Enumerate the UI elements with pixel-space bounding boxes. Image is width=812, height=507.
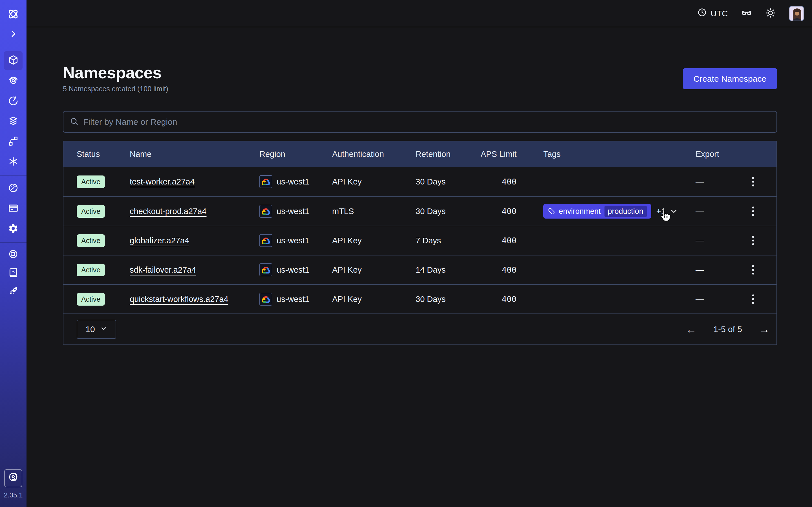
table-row: Active globalizer.a27a4 us-west1 API Key… — [63, 226, 776, 255]
table-row: Active sdk-failover.a27a4 us-west1 API K… — [63, 255, 776, 284]
filter-input[interactable] — [83, 117, 770, 127]
page-size-select[interactable]: 10 — [77, 320, 116, 339]
column-header-status: Status — [77, 150, 130, 159]
timezone-label: UTC — [711, 9, 728, 18]
filter-bar — [63, 111, 777, 133]
sidebar-item-support[interactable] — [0, 245, 27, 264]
gauge-icon — [8, 182, 18, 194]
aps-limit-cell: 400 — [480, 207, 543, 216]
sidebar-item-deployments[interactable] — [0, 111, 27, 131]
export-value: — — [696, 207, 704, 216]
sidebar-item-docs[interactable] — [0, 264, 27, 283]
gcp-cloud-icon — [259, 293, 272, 305]
region-label: us-west1 — [276, 295, 309, 304]
sidebar-item-settings[interactable] — [0, 219, 27, 239]
sidebar-divider — [0, 175, 27, 175]
row-menu-button[interactable] — [751, 206, 755, 217]
sidebar-expand-button[interactable] — [0, 24, 27, 45]
auth-cell: API Key — [332, 265, 416, 275]
export-value: — — [696, 236, 704, 245]
column-header-retention: Retention — [416, 150, 480, 159]
sidebar-item-namespaces[interactable] — [0, 50, 27, 71]
aps-limit-cell: 400 — [480, 177, 543, 186]
reader-mode-button[interactable] — [741, 7, 752, 20]
branch-icon — [8, 136, 18, 148]
temporal-logo[interactable] — [0, 4, 27, 24]
column-header-tags: Tags — [543, 150, 696, 159]
export-value: — — [696, 265, 704, 275]
region-cell: us-west1 — [259, 234, 332, 247]
credits-button[interactable] — [4, 469, 22, 487]
gcp-cloud-icon — [259, 175, 272, 188]
retention-cell: 7 Days — [416, 236, 480, 245]
lifebuoy-icon — [8, 249, 18, 260]
tag-more-count: +1 — [656, 207, 666, 216]
column-header-export: Export — [696, 150, 770, 159]
timer-icon — [8, 95, 18, 107]
table-row: Active test-worker.a27a4 us-west1 API Ke… — [63, 167, 776, 196]
glasses-icon — [741, 7, 752, 20]
table-row: Active quickstart-workflows.a27a4 us-wes… — [63, 284, 776, 314]
region-cell: us-west1 — [259, 293, 332, 305]
namespace-link[interactable]: sdk-failover.a27a4 — [130, 265, 196, 274]
name-cell: sdk-failover.a27a4 — [130, 265, 259, 275]
region-label: us-west1 — [276, 265, 309, 275]
clock-icon — [697, 8, 707, 19]
sidebar-item-billing[interactable] — [0, 199, 27, 219]
page-range-label: 1-5 of 5 — [713, 325, 742, 334]
sun-icon — [765, 8, 776, 19]
rocket-icon — [8, 286, 18, 297]
tag-value: production — [605, 206, 647, 217]
status-badge: Active — [77, 264, 105, 276]
theme-toggle-button[interactable] — [765, 8, 776, 19]
previous-page-button[interactable]: ← — [686, 324, 696, 335]
export-cell: — — [696, 176, 770, 187]
sidebar-item-getting-started[interactable] — [0, 283, 27, 301]
retention-cell: 30 Days — [416, 207, 480, 216]
namespace-count-subtitle: 5 Namespaces created (100 limit) — [63, 85, 168, 93]
credit-card-icon — [8, 203, 18, 215]
row-menu-button[interactable] — [751, 293, 755, 305]
namespace-link[interactable]: checkout-prod.a27a4 — [130, 207, 206, 216]
tags-expand-chevron[interactable] — [670, 207, 678, 216]
retention-cell: 14 Days — [416, 265, 480, 275]
create-namespace-button[interactable]: Create Namespace — [683, 68, 777, 89]
name-cell: quickstart-workflows.a27a4 — [130, 295, 259, 304]
row-menu-button[interactable] — [751, 235, 755, 246]
auth-cell: mTLS — [332, 207, 416, 216]
region-label: us-west1 — [276, 207, 309, 216]
topbar: UTC — [27, 0, 812, 27]
sidebar-item-nexus[interactable] — [0, 152, 27, 172]
table-row: Active checkout-prod.a27a4 us-west1 mTLS… — [63, 196, 776, 226]
namespace-link[interactable]: test-worker.a27a4 — [130, 177, 195, 186]
row-menu-button[interactable] — [751, 176, 755, 187]
namespace-link[interactable]: globalizer.a27a4 — [130, 236, 189, 245]
auth-cell: API Key — [332, 177, 416, 186]
region-cell: us-west1 — [259, 205, 332, 218]
user-avatar[interactable] — [789, 6, 804, 21]
gear-icon — [8, 223, 18, 235]
sidebar-item-workflows[interactable] — [0, 131, 27, 152]
status-badge: Active — [77, 234, 105, 247]
tag-pill[interactable]: environment production — [543, 204, 651, 219]
sidebar-item-orbit[interactable] — [0, 71, 27, 91]
chevron-right-icon — [9, 29, 18, 40]
orbit-icon — [8, 75, 18, 87]
table-footer: 10 ← 1-5 of 5 → — [63, 314, 776, 344]
book-icon — [8, 268, 18, 279]
region-label: us-west1 — [276, 177, 309, 186]
namespace-link[interactable]: quickstart-workflows.a27a4 — [130, 295, 229, 304]
name-cell: test-worker.a27a4 — [130, 177, 259, 186]
layers-icon — [8, 115, 18, 127]
row-menu-button[interactable] — [751, 264, 755, 276]
aps-limit-cell: 400 — [480, 294, 543, 304]
timezone-selector[interactable]: UTC — [697, 8, 728, 19]
auth-cell: API Key — [332, 295, 416, 304]
status-badge: Active — [77, 293, 105, 305]
next-page-button[interactable]: → — [759, 324, 770, 335]
sidebar-item-usage[interactable] — [0, 178, 27, 199]
name-cell: globalizer.a27a4 — [130, 236, 259, 245]
asterisk-icon — [8, 156, 18, 168]
sidebar-item-schedules[interactable] — [0, 91, 27, 111]
page-size-value: 10 — [86, 325, 95, 334]
